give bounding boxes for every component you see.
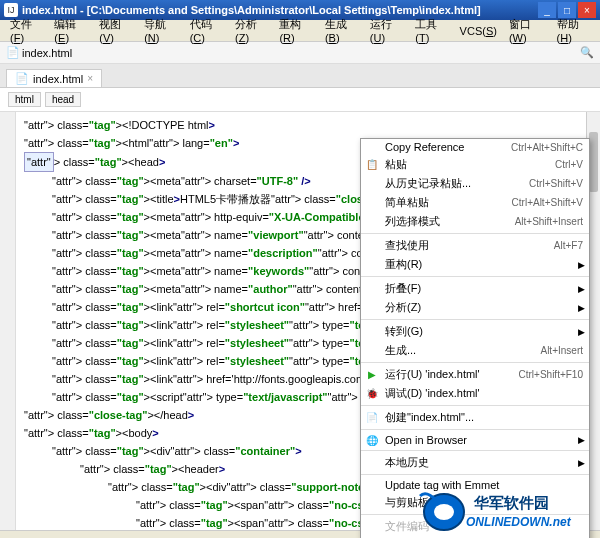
menu-label: 运行(U) 'index.html'	[385, 367, 509, 382]
menu-item[interactable]: 重构(R)	[273, 15, 318, 46]
breadcrumb-item[interactable]: html	[8, 92, 41, 107]
gutter	[0, 112, 16, 530]
toolbar-file-label: index.html	[22, 47, 72, 59]
submenu-arrow-icon: ▶	[578, 458, 585, 468]
menu-shortcut: Ctrl+Shift+F10	[519, 369, 583, 380]
context-menu-item[interactable]: 重构(R)▶	[361, 255, 589, 274]
context-menu: Copy ReferenceCtrl+Alt+Shift+C📋粘贴Ctrl+V从…	[360, 138, 590, 538]
context-menu-item[interactable]: 分析(Z)▶	[361, 298, 589, 317]
context-menu-item[interactable]: 简单粘贴Ctrl+Alt+Shift+V	[361, 193, 589, 212]
menu-shortcut: Ctrl+Alt+Shift+V	[512, 197, 583, 208]
menu-separator	[361, 319, 589, 320]
context-menu-item[interactable]: Copy ReferenceCtrl+Alt+Shift+C	[361, 139, 589, 155]
menu-bar: 文件(F)编辑(E)视图(V)导航(N)代码(C)分析(Z)重构(R)生成(B)…	[0, 20, 600, 42]
menu-icon: 🐞	[365, 387, 379, 401]
context-menu-item[interactable]: 🐞调试(D) 'index.html'	[361, 384, 589, 403]
menu-item[interactable]: 编辑(E)	[48, 15, 93, 46]
close-tab-icon[interactable]: ×	[87, 73, 93, 84]
menu-shortcut: Ctrl+V	[555, 159, 583, 170]
menu-shortcut: Ctrl+Shift+V	[529, 178, 583, 189]
menu-label: 查找使用	[385, 238, 544, 253]
menu-label: 生成...	[385, 343, 530, 358]
search-icon[interactable]: 🔍	[580, 46, 594, 60]
context-menu-item[interactable]: 🌐Open in Browser▶	[361, 432, 589, 448]
context-menu-item[interactable]: 📋粘贴Ctrl+V	[361, 155, 589, 174]
menu-label: 调试(D) 'index.html'	[385, 386, 583, 401]
submenu-arrow-icon: ▶	[578, 327, 585, 337]
context-menu-item[interactable]: 折叠(F)▶	[361, 279, 589, 298]
menu-item[interactable]: 文件(F)	[4, 15, 48, 46]
file-icon: 📄	[15, 72, 29, 85]
context-menu-item[interactable]: 转到(G)▶	[361, 322, 589, 341]
context-menu-item[interactable]: ▶运行(U) 'index.html'Ctrl+Shift+F10	[361, 365, 589, 384]
file-icon: 📄	[6, 46, 20, 59]
menu-item[interactable]: 代码(C)	[184, 15, 229, 46]
menu-item[interactable]: 运行(U)	[364, 15, 409, 46]
context-menu-item[interactable]: 生成...Alt+Insert	[361, 341, 589, 360]
submenu-arrow-icon: ▶	[578, 303, 585, 313]
menu-item[interactable]: 导航(N)	[138, 15, 183, 46]
menu-separator	[361, 450, 589, 451]
svg-point-1	[434, 504, 454, 520]
menu-label: 简单粘贴	[385, 195, 502, 210]
menu-label: 列选择模式	[385, 214, 505, 229]
menu-separator	[361, 276, 589, 277]
breadcrumb-item[interactable]: head	[45, 92, 81, 107]
menu-item[interactable]: 帮助(H)	[551, 15, 596, 46]
tab-label: index.html	[33, 73, 83, 85]
menu-label: 粘贴	[385, 157, 545, 172]
menu-label: 重构(R)	[385, 257, 583, 272]
menu-label: Copy Reference	[385, 141, 501, 153]
menu-separator	[361, 429, 589, 430]
menu-separator	[361, 405, 589, 406]
menu-item[interactable]: 工具(T)	[409, 15, 453, 46]
menu-label: 从历史记录粘贴...	[385, 176, 519, 191]
menu-label: 创建"index.html"...	[385, 410, 583, 425]
menu-shortcut: Ctrl+Alt+Shift+C	[511, 142, 583, 153]
menu-item[interactable]: VCS(S)	[454, 23, 503, 39]
breadcrumb: htmlhead	[0, 88, 600, 112]
menu-label: 本地历史	[385, 455, 583, 470]
menu-item[interactable]: 视图(V)	[93, 15, 138, 46]
context-menu-item[interactable]: 从历史记录粘贴...Ctrl+Shift+V	[361, 174, 589, 193]
tab-index-html[interactable]: 📄 index.html ×	[6, 69, 102, 87]
menu-shortcut: Alt+Shift+Insert	[515, 216, 583, 227]
menu-label: 折叠(F)	[385, 281, 583, 296]
context-menu-item[interactable]: 📄创建"index.html"...	[361, 408, 589, 427]
menu-label: 分析(Z)	[385, 300, 583, 315]
menu-separator	[361, 474, 589, 475]
menu-separator	[361, 233, 589, 234]
menu-label: Open in Browser	[385, 434, 583, 446]
watermark-cn: 华军软件园	[473, 494, 549, 511]
menu-shortcut: Alt+F7	[554, 240, 583, 251]
menu-icon: 📄	[365, 411, 379, 425]
code-line[interactable]: "attr"> class="tag"><!DOCTYPE html>	[20, 116, 600, 134]
context-menu-item[interactable]: 本地历史▶	[361, 453, 589, 472]
watermark-en: ONLINEDOWN.net	[466, 515, 572, 529]
context-menu-item[interactable]: 列选择模式Alt+Shift+Insert	[361, 212, 589, 231]
menu-icon: 🌐	[365, 433, 379, 447]
editor-tabs: 📄 index.html ×	[0, 64, 600, 88]
watermark-logo: 华军软件园 ONLINEDOWN.net	[416, 490, 596, 534]
menu-item[interactable]: 窗口(W)	[503, 15, 551, 46]
submenu-arrow-icon: ▶	[578, 435, 585, 445]
menu-item[interactable]: 分析(Z)	[229, 15, 273, 46]
menu-shortcut: Alt+Insert	[540, 345, 583, 356]
scrollbar-thumb[interactable]	[589, 132, 598, 192]
menu-separator	[361, 362, 589, 363]
menu-icon: ▶	[365, 368, 379, 382]
menu-label: 转到(G)	[385, 324, 583, 339]
submenu-arrow-icon: ▶	[578, 260, 585, 270]
menu-item[interactable]: 生成(B)	[319, 15, 364, 46]
menu-icon: 📋	[365, 158, 379, 172]
submenu-arrow-icon: ▶	[578, 284, 585, 294]
context-menu-item[interactable]: 查找使用Alt+F7	[361, 236, 589, 255]
